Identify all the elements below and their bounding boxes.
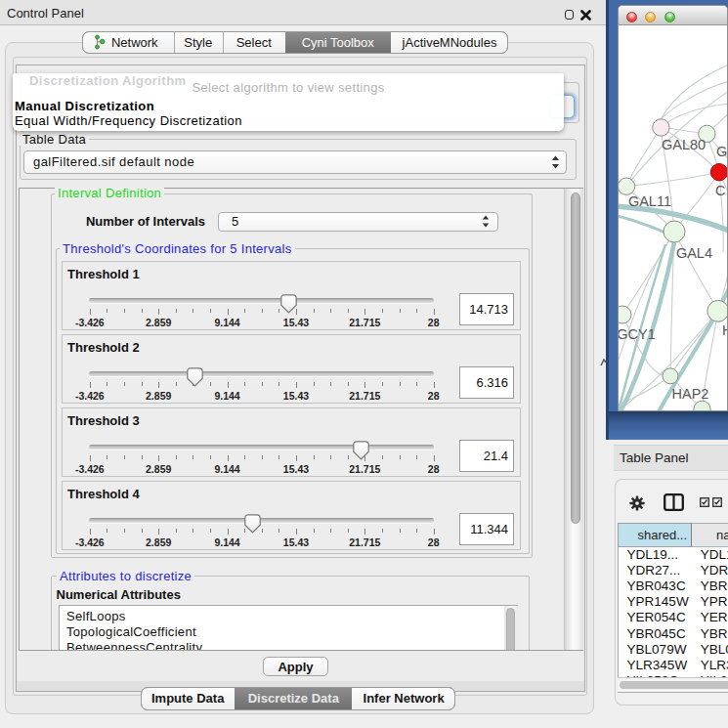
svg-text:GCY1: GCY1: [619, 326, 656, 342]
svg-text:G..: G..: [716, 144, 728, 159]
svg-text:GAL80: GAL80: [662, 137, 706, 152]
svg-text:C: C: [715, 183, 725, 198]
svg-text:HAP2: HAP2: [672, 386, 709, 402]
svg-text:H: H: [722, 322, 728, 338]
svg-text:GAL4: GAL4: [676, 245, 712, 261]
svg-text:GAL11: GAL11: [628, 193, 671, 209]
